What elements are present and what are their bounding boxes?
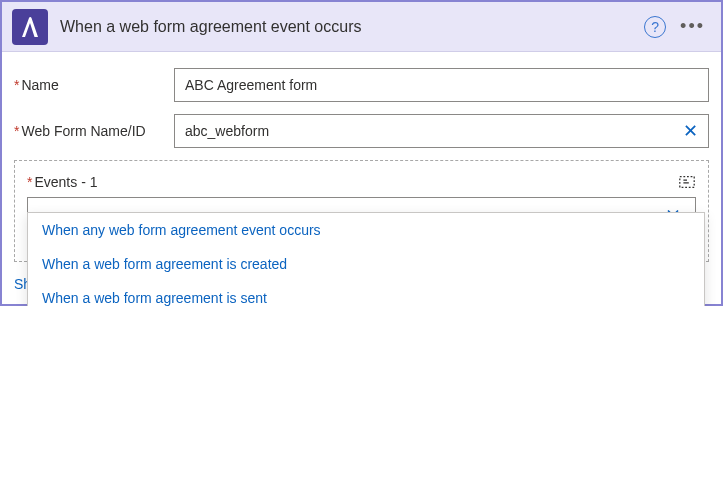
name-label: *Name bbox=[14, 77, 174, 93]
event-option[interactable]: When a web form agreement is created bbox=[28, 247, 704, 281]
events-dropdown-panel: When any web form agreement event occurs… bbox=[27, 212, 705, 306]
event-option[interactable]: When any web form agreement event occurs bbox=[28, 213, 704, 247]
event-option[interactable]: When a web form agreement is sent bbox=[28, 281, 704, 306]
name-field-row: *Name ABC Agreement form bbox=[14, 68, 709, 102]
name-input[interactable]: ABC Agreement form bbox=[174, 68, 709, 102]
name-input-value: ABC Agreement form bbox=[185, 77, 317, 93]
trigger-card: When a web form agreement event occurs ?… bbox=[0, 0, 723, 306]
webform-input-value: abc_webform bbox=[185, 123, 269, 139]
more-menu-icon[interactable]: ••• bbox=[680, 16, 705, 37]
adobe-acrobat-icon bbox=[12, 9, 48, 45]
toggle-mode-icon[interactable] bbox=[678, 173, 696, 191]
help-icon[interactable]: ? bbox=[644, 16, 666, 38]
card-title: When a web form agreement event occurs bbox=[60, 18, 644, 36]
clear-icon[interactable]: ✕ bbox=[683, 120, 698, 142]
events-label: *Events - 1 bbox=[27, 174, 97, 190]
webform-field-row: *Web Form Name/ID abc_webform ✕ bbox=[14, 114, 709, 148]
card-header: When a web form agreement event occurs ?… bbox=[2, 2, 721, 52]
svg-rect-0 bbox=[680, 177, 694, 188]
webform-label: *Web Form Name/ID bbox=[14, 123, 174, 139]
webform-input[interactable]: abc_webform ✕ bbox=[174, 114, 709, 148]
events-header: *Events - 1 bbox=[27, 173, 696, 191]
